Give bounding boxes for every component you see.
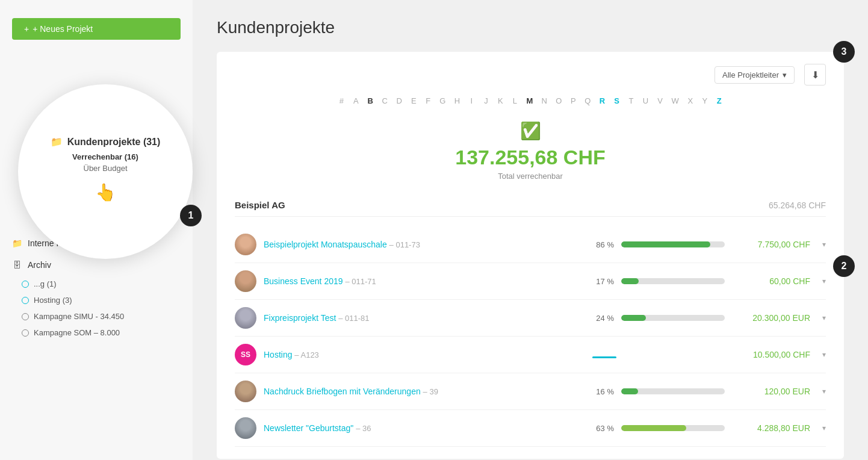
table-row: Fixpreisprojekt Test – 011-8124 %20.300,… xyxy=(235,300,826,337)
progress-bar-fill xyxy=(621,388,638,394)
avatar: SS xyxy=(235,344,256,365)
kampagne-simu-label: Kampagne SIMU - 34.450 xyxy=(34,312,124,321)
expand-chevron-icon[interactable]: ▾ xyxy=(822,350,826,359)
total-label: Total verrechenbar xyxy=(235,172,826,181)
alpha-a[interactable]: A xyxy=(350,95,361,107)
alpha-t[interactable]: T xyxy=(625,95,636,107)
kampagne-som-label: Kampagne SOM – 8.000 xyxy=(34,328,120,337)
total-amount: 137.255,68 CHF xyxy=(235,146,826,169)
projektleiter-label: Alle Projektleiter xyxy=(722,70,779,79)
alpha-w[interactable]: W xyxy=(669,95,681,107)
progress-section: 17 % xyxy=(592,277,725,286)
customer-total: 65.264,68 CHF xyxy=(769,200,826,210)
project-amount: 60,00 CHF xyxy=(732,276,810,286)
download-icon: ⬇ xyxy=(811,69,819,81)
expand-chevron-icon[interactable]: ▾ xyxy=(822,387,826,396)
plus-icon: + xyxy=(24,24,29,34)
alpha-n[interactable]: N xyxy=(539,95,550,107)
cursor-hand-icon: 👆 xyxy=(51,182,161,202)
loading-item[interactable]: ...g (1) xyxy=(0,276,193,292)
alpha-j[interactable]: J xyxy=(480,95,491,107)
project-amount: 120,00 EUR xyxy=(732,387,810,396)
expand-chevron-icon[interactable]: ▾ xyxy=(822,277,826,285)
progress-bar-fill xyxy=(621,241,710,247)
project-name[interactable]: Nachdruck Briefbogen mit Veränderungen –… xyxy=(264,387,438,396)
check-icon: ✅ xyxy=(235,121,826,141)
folder-icon-interne: 📁 xyxy=(12,238,22,248)
progress-bar-fill xyxy=(621,425,686,431)
chevron-down-icon: ▾ xyxy=(783,70,787,79)
alpha-k[interactable]: K xyxy=(495,95,506,107)
expand-chevron-icon[interactable]: ▾ xyxy=(822,424,826,432)
progress-bar xyxy=(621,241,725,247)
project-info: Fixpreisprojekt Test – 011-81 xyxy=(264,312,585,323)
alpha-m[interactable]: M xyxy=(524,95,535,107)
expand-chevron-icon[interactable]: ▾ xyxy=(822,314,826,322)
project-amount: 4.288,80 EUR xyxy=(732,423,810,433)
hosting-nav-item[interactable]: Hosting (3) xyxy=(0,292,193,308)
alpha-e[interactable]: E xyxy=(408,95,419,107)
avatar xyxy=(235,417,256,439)
customer-header: Beispiel AG 65.264,68 CHF xyxy=(235,200,826,217)
dot-icon-hosting xyxy=(22,297,29,304)
kampagne-som-item[interactable]: Kampagne SOM – 8.000 xyxy=(0,325,193,341)
table-row: Nachdruck Briefbogen mit Veränderungen –… xyxy=(235,373,826,410)
new-project-button[interactable]: + + Neues Projekt xyxy=(12,18,181,40)
project-amount: 20.300,00 EUR xyxy=(732,313,810,323)
project-info: Beispielprojekt Monatspauschale – 011-73 xyxy=(264,239,585,250)
table-row: Beispielprojekt Monatspauschale – 011-73… xyxy=(235,226,826,263)
progress-percent: 17 % xyxy=(592,277,614,286)
projektleiter-select[interactable]: Alle Projektleiter ▾ xyxy=(715,66,795,84)
teal-bar xyxy=(592,356,616,358)
alpha-g[interactable]: G xyxy=(437,95,448,107)
alpha-q[interactable]: Q xyxy=(582,95,593,107)
hosting-label: Hosting (3) xyxy=(34,296,72,305)
avatar xyxy=(235,381,256,402)
alpha-v[interactable]: V xyxy=(654,95,665,107)
loading-item-label: ...g (1) xyxy=(34,279,57,288)
alpha-#[interactable]: # xyxy=(336,95,347,107)
download-button[interactable]: ⬇ xyxy=(804,64,826,85)
alpha-s[interactable]: S xyxy=(611,95,622,107)
alpha-y[interactable]: Y xyxy=(699,95,710,107)
project-name[interactable]: Hosting – A123 xyxy=(264,350,319,359)
progress-bar-fill xyxy=(621,315,646,321)
expand-chevron-icon[interactable]: ▾ xyxy=(822,240,826,249)
project-name[interactable]: Beispielprojekt Monatspauschale – 011-73 xyxy=(264,240,420,249)
toolbar: Alle Projektleiter ▾ ⬇ xyxy=(235,64,826,85)
project-info: Hosting – A123 xyxy=(264,349,585,360)
alpha-d[interactable]: D xyxy=(394,95,405,107)
alphabet-nav: #ABCDEFGHIJKLMNOPQRSTUVWXYZ xyxy=(235,95,826,107)
kampagne-simu-item[interactable]: Kampagne SIMU - 34.450 xyxy=(0,308,193,325)
folder-icon: 📁 xyxy=(51,136,63,148)
uber-budget-label: Über Budget xyxy=(51,164,161,173)
progress-percent: 16 % xyxy=(592,387,614,396)
alpha-z[interactable]: Z xyxy=(714,95,725,107)
progress-bar xyxy=(621,278,725,284)
project-name[interactable]: Newsletter "Geburtstag" – 36 xyxy=(264,423,371,433)
alpha-u[interactable]: U xyxy=(640,95,651,107)
dot-icon-som xyxy=(22,329,29,337)
alpha-c[interactable]: C xyxy=(379,95,390,107)
content-card: 3 Alle Projektleiter ▾ ⬇ #ABCDEFGHIJKLMN… xyxy=(217,52,844,459)
progress-section: 63 % xyxy=(592,424,725,433)
project-name[interactable]: Business Event 2019 – 011-71 xyxy=(264,276,376,286)
avatar xyxy=(235,270,256,292)
dot-icon-teal xyxy=(22,281,29,288)
alpha-l[interactable]: L xyxy=(509,95,520,107)
alpha-f[interactable]: F xyxy=(423,95,433,107)
alpha-i[interactable]: I xyxy=(466,95,477,107)
verrechenbar-label: Verrechenbar (16) xyxy=(51,152,161,161)
alpha-x[interactable]: X xyxy=(685,95,696,107)
projects-list: Beispielprojekt Monatspauschale – 011-73… xyxy=(235,226,826,447)
project-info: Newsletter "Geburtstag" – 36 xyxy=(264,423,585,434)
alpha-p[interactable]: P xyxy=(568,95,578,107)
alpha-r[interactable]: R xyxy=(597,95,607,107)
alpha-h[interactable]: H xyxy=(451,95,462,107)
project-amount: 7.750,00 CHF xyxy=(732,240,810,249)
alpha-o[interactable]: O xyxy=(553,95,564,107)
project-name[interactable]: Fixpreisprojekt Test – 011-81 xyxy=(264,313,370,323)
alpha-b[interactable]: B xyxy=(365,95,376,107)
badge-2: 2 xyxy=(833,255,855,277)
progress-section: 16 % xyxy=(592,387,725,396)
